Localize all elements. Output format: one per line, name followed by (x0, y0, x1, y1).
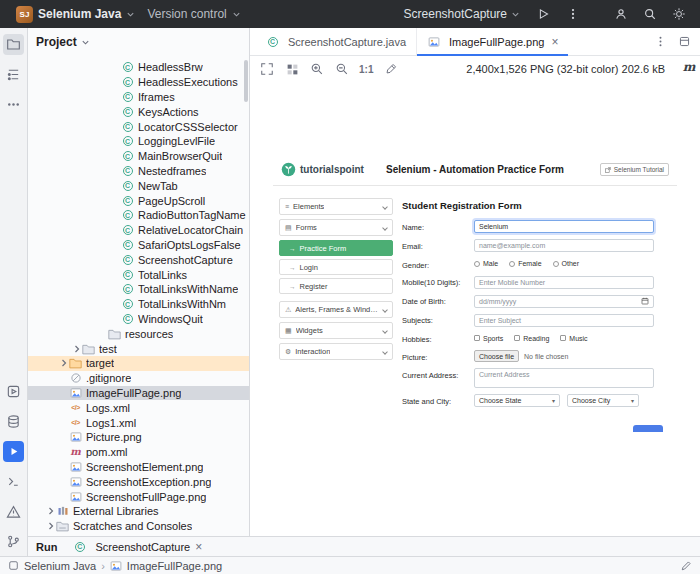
tree-item-iframes[interactable]: CIframes (28, 90, 249, 105)
tree-item-imagefullpage-png[interactable]: ImageFullPage.png (28, 386, 249, 401)
image-canvas[interactable]: tutorialspoint Selenium - Automation Pra… (250, 82, 700, 536)
tab-imagefullpage-png[interactable]: ImageFullPage.png × (417, 28, 568, 55)
zoom-in-icon[interactable] (309, 61, 325, 77)
user-icon[interactable] (610, 3, 632, 25)
tree-item-screenshotcapture[interactable]: CScreenshotCapture (28, 252, 249, 267)
problems-icon[interactable] (3, 501, 24, 522)
run-toolwindow-bar: Run C ScreenshotCapture × (28, 536, 700, 556)
preview-field-current-address: Current Address:Current Address (402, 368, 669, 388)
tree-item-totallinkswithname[interactable]: CTotalLinksWithName (28, 282, 249, 297)
tree-item-logs1-xml[interactable]: </>Logs1.xml (28, 415, 249, 430)
fit-content-icon[interactable] (259, 61, 275, 77)
preview-field-subjects: Subjects:Enter Subject (402, 314, 669, 327)
tree-item-windowsquit[interactable]: CWindowsQuit (28, 312, 249, 327)
breadcrumb-project[interactable]: Selenium Java (24, 560, 96, 572)
preview-menu-alerts-frames-windows: ⚠Alerts, Frames & Windows (279, 301, 393, 318)
tree-item-screenshotelement-png[interactable]: ScreenshotElement.png (28, 460, 249, 475)
module-icon (8, 560, 19, 571)
settings-gear-icon[interactable] (668, 3, 690, 25)
tab-screenshotcapture-java[interactable]: C ScreenshotCapture.java (256, 28, 417, 55)
tree-item-test[interactable]: test (28, 341, 249, 356)
tree-item-label: WindowsQuit (138, 313, 203, 325)
search-icon[interactable] (639, 3, 661, 25)
tree-item-logginglevlfile[interactable]: CLoggingLevlFile (28, 134, 249, 149)
transparency-grid-icon[interactable] (284, 61, 300, 77)
chevron-right-icon[interactable] (58, 358, 69, 368)
breadcrumb-file[interactable]: ImageFullPage.png (127, 560, 222, 572)
tree-item-label: ScreenshotCapture (138, 254, 233, 266)
tree-item-label: NewTab (138, 180, 178, 192)
chevron-down-icon[interactable] (81, 38, 90, 47)
class-icon: C (121, 122, 134, 132)
run-tool-icon[interactable] (3, 441, 24, 462)
tree-item-pageupscroll[interactable]: CPageUpScroll (28, 193, 249, 208)
tree-item-screenshotexception-png[interactable]: ScreenshotException.png (28, 474, 249, 489)
more-actions-icon[interactable] (562, 3, 584, 25)
terminal-icon[interactable] (3, 471, 24, 492)
vcs-widget[interactable]: Version control (141, 5, 246, 23)
tree-item-safarioptslogsfalse[interactable]: CSafariOptsLogsFalse (28, 238, 249, 253)
arrow-icon: → (289, 283, 296, 290)
project-panel-title: Project (36, 35, 77, 49)
git-icon[interactable] (3, 531, 24, 552)
tree-item-relativelocatorchain[interactable]: CRelativeLocatorChain (28, 223, 249, 238)
project-widget[interactable]: SJ Selenium Java (10, 4, 141, 25)
tree-item-target[interactable]: target (28, 356, 249, 371)
tree-item-headlessexecutions[interactable]: CHeadlessExecutions (28, 75, 249, 90)
folder-excluded-icon (69, 357, 82, 369)
image-toolbar: 1:1 2,400x1,526 PNG (32-bit color) 202.6… (250, 56, 700, 82)
tree-item-picture-png[interactable]: Picture.png (28, 430, 249, 445)
tree-item-label: Picture.png (86, 431, 142, 443)
run-config-selector[interactable]: ScreenshotCapture (400, 5, 524, 23)
tree-item-keysactions[interactable]: CKeysActions (28, 104, 249, 119)
tree-item-resources[interactable]: resources (28, 326, 249, 341)
maven-tool-icon[interactable]: m (681, 58, 697, 76)
split-editor-icon[interactable] (676, 34, 692, 50)
actual-size-button[interactable]: 1:1 (359, 64, 373, 75)
tree-item-label: Iframes (138, 91, 175, 103)
tree-item-external-libraries[interactable]: External Libraries (28, 504, 249, 519)
preview-textarea: Current Address (474, 368, 654, 388)
structure-tool-icon[interactable] (3, 64, 24, 85)
database-icon[interactable] (3, 411, 24, 432)
tree-item-scratches-and-consoles[interactable]: Scratches and Consoles (28, 519, 249, 534)
image-icon (69, 387, 82, 399)
status-widget-icon[interactable] (680, 560, 692, 572)
zoom-out-icon[interactable] (334, 61, 350, 77)
run-tab[interactable]: C ScreenshotCapture × (69, 537, 206, 556)
preview-menu-elements: ≡Elements (279, 198, 393, 215)
tree-item-mainbrowserquit[interactable]: CMainBrowserQuit (28, 149, 249, 164)
preview-menu-practice-form: →Practice Form (279, 240, 393, 256)
tree-item-label: KeysActions (138, 106, 199, 118)
calendar-icon (641, 297, 649, 305)
project-tool-icon[interactable] (3, 34, 24, 55)
scrollbar-thumb[interactable] (244, 60, 248, 102)
tree-item-label: Scratches and Consoles (73, 520, 192, 532)
chevron-right-icon[interactable] (45, 506, 56, 516)
run-button[interactable] (532, 3, 554, 25)
more-tools-icon[interactable] (3, 94, 24, 115)
tree-item-nestedframes[interactable]: CNestedframes (28, 164, 249, 179)
preview-select-choose-state: Choose State▾ (474, 394, 560, 407)
tree-item-screenshotfullpage-png[interactable]: ScreenshotFullPage.png (28, 489, 249, 504)
tree-item-locatorcssselector[interactable]: CLocatorCSSSelector (28, 119, 249, 134)
close-icon[interactable]: × (195, 541, 202, 553)
preview-field-label: Hobbies: (402, 333, 474, 345)
class-icon: C (121, 255, 134, 265)
tree-item-pom-xml[interactable]: mpom.xml (28, 445, 249, 460)
tree-item-totallinks[interactable]: CTotalLinks (28, 267, 249, 282)
tree-item-totallinkswithnm[interactable]: CTotalLinksWithNm (28, 297, 249, 312)
chevron-right-icon[interactable] (71, 344, 82, 354)
chevron-right-icon[interactable] (45, 521, 56, 531)
tree-item-label: TotalLinks (138, 269, 187, 281)
tree-item-headlessbrw[interactable]: CHeadlessBrw (28, 60, 249, 75)
tree-item-radiobuttontagname[interactable]: CRadioButtonTagName (28, 208, 249, 223)
tree-item-logs-xml[interactable]: </>Logs.xml (28, 400, 249, 415)
services-icon[interactable] (3, 381, 24, 402)
color-picker-icon[interactable] (382, 61, 398, 77)
tree-item-newtab[interactable]: CNewTab (28, 178, 249, 193)
tree-item-gitignore[interactable]: .gitignore (28, 371, 249, 386)
preview-form-fields: Name:SeleniumEmail:name@example.comGende… (402, 220, 669, 407)
close-icon[interactable]: × (551, 36, 558, 48)
editor-options-icon[interactable] (652, 34, 668, 50)
